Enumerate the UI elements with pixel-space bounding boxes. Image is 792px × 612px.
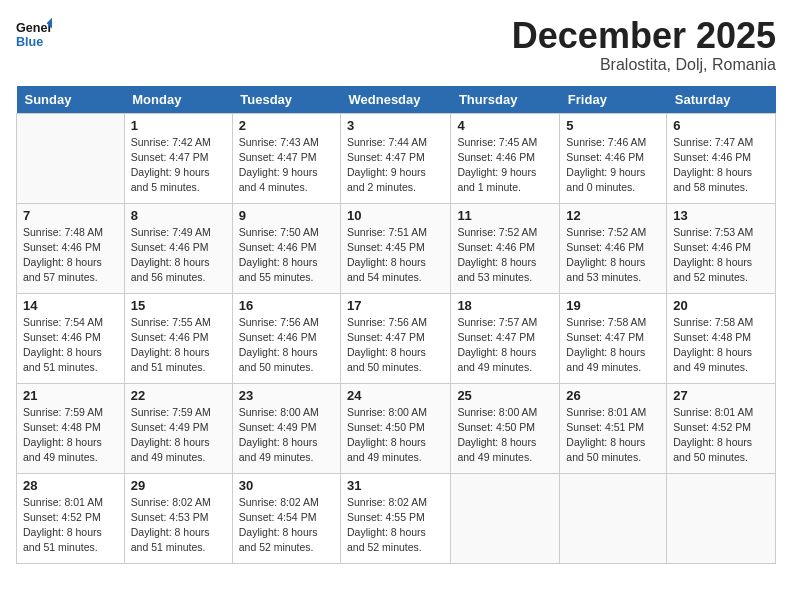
day-info: Sunrise: 8:01 AMSunset: 4:51 PMDaylight:…	[566, 405, 660, 466]
days-of-week-row: SundayMondayTuesdayWednesdayThursdayFrid…	[17, 86, 776, 114]
svg-text:General: General	[16, 21, 52, 35]
dow-header-thursday: Thursday	[451, 86, 560, 114]
calendar-cell: 8Sunrise: 7:49 AMSunset: 4:46 PMDaylight…	[124, 203, 232, 293]
day-number: 9	[239, 208, 334, 223]
day-info: Sunrise: 8:00 AMSunset: 4:49 PMDaylight:…	[239, 405, 334, 466]
day-number: 19	[566, 298, 660, 313]
calendar-cell: 18Sunrise: 7:57 AMSunset: 4:47 PMDayligh…	[451, 293, 560, 383]
calendar-cell: 9Sunrise: 7:50 AMSunset: 4:46 PMDaylight…	[232, 203, 340, 293]
day-number: 7	[23, 208, 118, 223]
logo-icon: General Blue	[16, 16, 52, 52]
calendar-cell: 31Sunrise: 8:02 AMSunset: 4:55 PMDayligh…	[341, 473, 451, 563]
calendar-cell	[560, 473, 667, 563]
day-number: 6	[673, 118, 769, 133]
calendar-cell	[667, 473, 776, 563]
calendar-cell: 6Sunrise: 7:47 AMSunset: 4:46 PMDaylight…	[667, 113, 776, 203]
day-info: Sunrise: 7:59 AMSunset: 4:48 PMDaylight:…	[23, 405, 118, 466]
day-number: 1	[131, 118, 226, 133]
day-info: Sunrise: 8:01 AMSunset: 4:52 PMDaylight:…	[673, 405, 769, 466]
day-info: Sunrise: 7:56 AMSunset: 4:46 PMDaylight:…	[239, 315, 334, 376]
day-number: 29	[131, 478, 226, 493]
day-info: Sunrise: 7:56 AMSunset: 4:47 PMDaylight:…	[347, 315, 444, 376]
day-number: 27	[673, 388, 769, 403]
calendar-cell: 14Sunrise: 7:54 AMSunset: 4:46 PMDayligh…	[17, 293, 125, 383]
day-info: Sunrise: 7:44 AMSunset: 4:47 PMDaylight:…	[347, 135, 444, 196]
calendar-cell: 3Sunrise: 7:44 AMSunset: 4:47 PMDaylight…	[341, 113, 451, 203]
day-number: 2	[239, 118, 334, 133]
day-info: Sunrise: 7:52 AMSunset: 4:46 PMDaylight:…	[457, 225, 553, 286]
dow-header-wednesday: Wednesday	[341, 86, 451, 114]
calendar-cell: 16Sunrise: 7:56 AMSunset: 4:46 PMDayligh…	[232, 293, 340, 383]
day-info: Sunrise: 7:43 AMSunset: 4:47 PMDaylight:…	[239, 135, 334, 196]
day-number: 23	[239, 388, 334, 403]
calendar-cell	[17, 113, 125, 203]
day-info: Sunrise: 7:58 AMSunset: 4:48 PMDaylight:…	[673, 315, 769, 376]
day-info: Sunrise: 7:51 AMSunset: 4:45 PMDaylight:…	[347, 225, 444, 286]
day-info: Sunrise: 7:42 AMSunset: 4:47 PMDaylight:…	[131, 135, 226, 196]
month-title: December 2025	[512, 16, 776, 56]
day-info: Sunrise: 7:45 AMSunset: 4:46 PMDaylight:…	[457, 135, 553, 196]
calendar-cell: 29Sunrise: 8:02 AMSunset: 4:53 PMDayligh…	[124, 473, 232, 563]
day-info: Sunrise: 7:49 AMSunset: 4:46 PMDaylight:…	[131, 225, 226, 286]
day-number: 16	[239, 298, 334, 313]
dow-header-saturday: Saturday	[667, 86, 776, 114]
calendar-cell: 21Sunrise: 7:59 AMSunset: 4:48 PMDayligh…	[17, 383, 125, 473]
calendar-cell: 10Sunrise: 7:51 AMSunset: 4:45 PMDayligh…	[341, 203, 451, 293]
calendar-cell: 27Sunrise: 8:01 AMSunset: 4:52 PMDayligh…	[667, 383, 776, 473]
day-number: 4	[457, 118, 553, 133]
day-number: 17	[347, 298, 444, 313]
calendar-cell: 12Sunrise: 7:52 AMSunset: 4:46 PMDayligh…	[560, 203, 667, 293]
day-info: Sunrise: 7:48 AMSunset: 4:46 PMDaylight:…	[23, 225, 118, 286]
day-info: Sunrise: 7:54 AMSunset: 4:46 PMDaylight:…	[23, 315, 118, 376]
day-info: Sunrise: 7:52 AMSunset: 4:46 PMDaylight:…	[566, 225, 660, 286]
calendar-table: SundayMondayTuesdayWednesdayThursdayFrid…	[16, 86, 776, 564]
calendar-cell	[451, 473, 560, 563]
calendar-cell: 4Sunrise: 7:45 AMSunset: 4:46 PMDaylight…	[451, 113, 560, 203]
day-info: Sunrise: 8:00 AMSunset: 4:50 PMDaylight:…	[347, 405, 444, 466]
calendar-cell: 26Sunrise: 8:01 AMSunset: 4:51 PMDayligh…	[560, 383, 667, 473]
day-info: Sunrise: 7:58 AMSunset: 4:47 PMDaylight:…	[566, 315, 660, 376]
day-info: Sunrise: 8:02 AMSunset: 4:53 PMDaylight:…	[131, 495, 226, 556]
calendar-cell: 25Sunrise: 8:00 AMSunset: 4:50 PMDayligh…	[451, 383, 560, 473]
calendar-cell: 15Sunrise: 7:55 AMSunset: 4:46 PMDayligh…	[124, 293, 232, 383]
dow-header-monday: Monday	[124, 86, 232, 114]
day-info: Sunrise: 7:55 AMSunset: 4:46 PMDaylight:…	[131, 315, 226, 376]
calendar-cell: 1Sunrise: 7:42 AMSunset: 4:47 PMDaylight…	[124, 113, 232, 203]
title-area: December 2025 Bralostita, Dolj, Romania	[512, 16, 776, 74]
day-info: Sunrise: 7:47 AMSunset: 4:46 PMDaylight:…	[673, 135, 769, 196]
dow-header-sunday: Sunday	[17, 86, 125, 114]
calendar-cell: 13Sunrise: 7:53 AMSunset: 4:46 PMDayligh…	[667, 203, 776, 293]
calendar-cell: 7Sunrise: 7:48 AMSunset: 4:46 PMDaylight…	[17, 203, 125, 293]
day-number: 25	[457, 388, 553, 403]
day-number: 20	[673, 298, 769, 313]
day-number: 28	[23, 478, 118, 493]
calendar-cell: 5Sunrise: 7:46 AMSunset: 4:46 PMDaylight…	[560, 113, 667, 203]
calendar-cell: 17Sunrise: 7:56 AMSunset: 4:47 PMDayligh…	[341, 293, 451, 383]
day-info: Sunrise: 8:02 AMSunset: 4:55 PMDaylight:…	[347, 495, 444, 556]
calendar-cell: 19Sunrise: 7:58 AMSunset: 4:47 PMDayligh…	[560, 293, 667, 383]
day-number: 22	[131, 388, 226, 403]
calendar-cell: 23Sunrise: 8:00 AMSunset: 4:49 PMDayligh…	[232, 383, 340, 473]
day-info: Sunrise: 7:50 AMSunset: 4:46 PMDaylight:…	[239, 225, 334, 286]
day-number: 8	[131, 208, 226, 223]
calendar-cell: 28Sunrise: 8:01 AMSunset: 4:52 PMDayligh…	[17, 473, 125, 563]
day-number: 10	[347, 208, 444, 223]
day-number: 18	[457, 298, 553, 313]
day-info: Sunrise: 7:59 AMSunset: 4:49 PMDaylight:…	[131, 405, 226, 466]
dow-header-tuesday: Tuesday	[232, 86, 340, 114]
location-title: Bralostita, Dolj, Romania	[512, 56, 776, 74]
day-info: Sunrise: 7:57 AMSunset: 4:47 PMDaylight:…	[457, 315, 553, 376]
day-info: Sunrise: 8:01 AMSunset: 4:52 PMDaylight:…	[23, 495, 118, 556]
week-row-5: 28Sunrise: 8:01 AMSunset: 4:52 PMDayligh…	[17, 473, 776, 563]
calendar-cell: 22Sunrise: 7:59 AMSunset: 4:49 PMDayligh…	[124, 383, 232, 473]
day-info: Sunrise: 8:00 AMSunset: 4:50 PMDaylight:…	[457, 405, 553, 466]
day-number: 5	[566, 118, 660, 133]
calendar-cell: 30Sunrise: 8:02 AMSunset: 4:54 PMDayligh…	[232, 473, 340, 563]
day-number: 31	[347, 478, 444, 493]
calendar-body: 1Sunrise: 7:42 AMSunset: 4:47 PMDaylight…	[17, 113, 776, 563]
dow-header-friday: Friday	[560, 86, 667, 114]
calendar-cell: 11Sunrise: 7:52 AMSunset: 4:46 PMDayligh…	[451, 203, 560, 293]
day-number: 3	[347, 118, 444, 133]
week-row-1: 1Sunrise: 7:42 AMSunset: 4:47 PMDaylight…	[17, 113, 776, 203]
day-number: 11	[457, 208, 553, 223]
